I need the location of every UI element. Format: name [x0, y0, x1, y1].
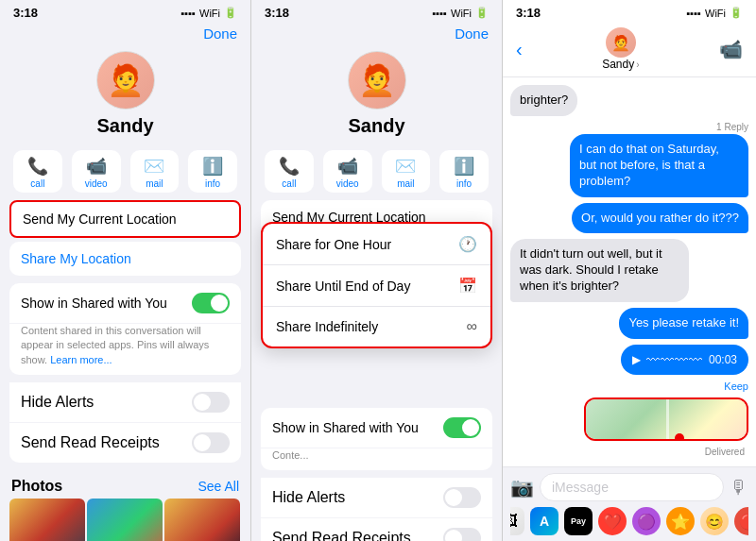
share-location-row-1[interactable]: Share My Location — [9, 242, 241, 276]
share-end-of-day-option[interactable]: Share Until End of Day 📅 — [263, 265, 490, 307]
play-icon: ▶ — [632, 353, 641, 366]
info-button-1[interactable]: ℹ️ info — [188, 150, 237, 193]
map-road-v — [666, 399, 669, 441]
audio-waveform: 〰〰〰〰 — [646, 352, 703, 367]
app-icon-row: 🖼 A Pay ❤️ 🟣 ⭐ 😊 🔴 — [510, 507, 748, 535]
learn-more-link-1[interactable]: Learn more... — [50, 354, 112, 365]
send-location-section-1: Send My Current Location — [9, 200, 241, 238]
show-shared-toggle-2[interactable] — [443, 417, 481, 438]
info-icon-1: ℹ️ — [202, 156, 223, 177]
video-icon-2: 📹 — [337, 156, 358, 177]
show-shared-row-1: Show in Shared with You — [9, 283, 241, 323]
msg-text-saturday: I can do that on Saturday, but not befor… — [579, 142, 719, 188]
msg-text-dark: It didn't turn out well, but it was dark… — [520, 246, 662, 293]
message-input-bar: 📷 iMessage 🎙 🖼 A Pay ❤️ 🟣 ⭐ 😊 🔴 — [503, 466, 756, 541]
photo-thumb-3[interactable] — [164, 499, 240, 541]
msg-sent-saturday: I can do that on Saturday, but not befor… — [570, 134, 748, 197]
battery-icon: 🔋 — [224, 7, 237, 19]
done-row-1: Done — [0, 24, 250, 45]
wifi-icon: WiFi — [199, 8, 220, 19]
msg-contact-name: Sandy — [602, 58, 634, 71]
msg-contact-info[interactable]: 🧑‍🦰 Sandy › — [602, 27, 639, 71]
mail-button-2[interactable]: ✉️ mail — [382, 150, 431, 193]
memoji-icon[interactable]: 🟣 — [632, 507, 661, 535]
done-button-1[interactable]: Done — [203, 25, 237, 42]
avatar-2: 🧑‍🦰 — [348, 51, 406, 110]
camera-icon[interactable]: 📷 — [510, 476, 534, 499]
show-shared-label-1: Show in Shared with You — [21, 296, 167, 311]
shared-info-text-1: Content shared in this conversation will… — [21, 325, 209, 365]
share-duration-dropdown: Share for One Hour 🕐 Share Until End of … — [261, 222, 492, 348]
photos-strip-1 — [0, 499, 250, 541]
call-icon-2: 📞 — [279, 156, 300, 177]
app-store-icon[interactable]: A — [530, 507, 558, 535]
input-row: 📷 iMessage 🎙 — [510, 473, 748, 501]
msg-audio-bubble[interactable]: ▶ 〰〰〰〰 00:03 — [621, 345, 748, 375]
status-time-2: 3:18 — [265, 6, 289, 20]
msg-sent-rather: Or, would you rather do it??? — [572, 203, 748, 234]
mail-label-1: mail — [146, 178, 163, 189]
video-icon-1: 📹 — [86, 156, 107, 177]
photo-thumb-1[interactable] — [9, 499, 85, 541]
panel-2: 3:18 ▪▪▪▪ WiFi 🔋 Done 🧑‍🦰 Sandy 📞 call 📹… — [251, 0, 503, 541]
apple-pay-icon[interactable]: Pay — [564, 507, 593, 535]
location-map-bubble[interactable]: Location from 2/1/22 › — [584, 397, 748, 441]
send-receipts-toggle-1[interactable] — [192, 432, 230, 453]
avatar-section-1: 🧑‍🦰 Sandy — [0, 45, 250, 144]
photo-thumb-2[interactable] — [87, 499, 163, 541]
action-row-1: 📞 call 📹 video ✉️ mail ℹ️ info — [0, 144, 250, 200]
msg-video-button[interactable]: 📹 — [719, 38, 743, 60]
video-button-1[interactable]: 📹 video — [72, 150, 121, 193]
more-apps-icon[interactable]: 🔴 — [734, 507, 748, 535]
msg-contact-chevron: › — [636, 59, 639, 70]
send-location-row-1[interactable]: Send My Current Location — [11, 202, 239, 236]
hide-alerts-toggle-2[interactable] — [443, 487, 481, 508]
msg-text-rather: Or, would you rather do it??? — [581, 211, 739, 225]
send-receipts-toggle-2[interactable] — [443, 528, 481, 541]
back-button[interactable]: ‹ — [516, 39, 523, 60]
share-one-hour-option[interactable]: Share for One Hour 🕐 — [263, 224, 490, 265]
infinity-icon: ∞ — [467, 318, 477, 335]
mic-icon[interactable]: 🎙 — [730, 477, 748, 499]
keep-label[interactable]: Keep — [724, 380, 748, 392]
reply-count[interactable]: 1 Reply — [716, 122, 748, 132]
message-input-field[interactable]: iMessage — [540, 473, 724, 501]
hide-alerts-toggle-1[interactable] — [192, 392, 230, 413]
msg-sent-retake: Yes please retake it! — [619, 308, 748, 339]
send-receipts-row-2: Send Read Receipts — [261, 518, 492, 541]
info-button-2[interactable]: ℹ️ info — [439, 150, 489, 193]
status-bar-2: 3:18 ▪▪▪▪ WiFi 🔋 — [251, 0, 502, 24]
info-icon-2: ℹ️ — [454, 156, 474, 177]
msg-status-bar: 3:18 ▪▪▪▪ WiFi 🔋 — [503, 0, 756, 24]
video-button-2[interactable]: 📹 video — [323, 150, 372, 193]
effects-icon[interactable]: ⭐ — [666, 507, 695, 535]
animoji-icon[interactable]: ❤️ — [598, 507, 627, 535]
mail-button-1[interactable]: ✉️ mail — [130, 150, 180, 193]
photos-header-1: Photos See All — [0, 470, 250, 499]
reply-indicator: 1 Reply — [716, 122, 748, 132]
photos-see-all-1[interactable]: See All — [198, 479, 239, 494]
hide-alerts-row-2: Hide Alerts — [261, 478, 492, 517]
share-indefinitely-option[interactable]: Share Indefinitely ∞ — [263, 307, 490, 347]
mail-icon-1: ✉️ — [144, 156, 164, 177]
sticker-icon[interactable]: 😊 — [700, 507, 729, 535]
avatar-section-2: 🧑‍🦰 Sandy — [251, 45, 502, 144]
avatar-1: 🧑‍🦰 — [96, 51, 155, 110]
msg-wifi-icon: WiFi — [705, 8, 726, 19]
calendar-icon: 📅 — [458, 277, 477, 295]
send-receipts-label-2: Send Read Receipts — [272, 530, 411, 541]
shared-info-2: Conte... — [261, 448, 492, 470]
battery-icon-2: 🔋 — [475, 7, 489, 19]
status-time-1: 3:18 — [13, 6, 38, 20]
call-button-2[interactable]: 📞 call — [265, 150, 314, 193]
done-button-2[interactable]: Done — [455, 25, 489, 42]
call-button-1[interactable]: 📞 call — [13, 150, 62, 193]
app-photos-icon[interactable]: 🖼 — [510, 507, 524, 535]
action-row-2: 📞 call 📹 video ✉️ mail ℹ️ info — [251, 144, 502, 200]
status-icons-1: ▪▪▪▪ WiFi 🔋 — [180, 7, 237, 19]
share-one-hour-label: Share for One Hour — [276, 237, 391, 252]
signal-icon: ▪▪▪▪ — [180, 8, 196, 19]
msg-nav-bar: ‹ 🧑‍🦰 Sandy › 📹 — [503, 24, 756, 77]
show-shared-toggle-1[interactable] — [192, 293, 230, 313]
video-label-2: video — [336, 178, 359, 189]
